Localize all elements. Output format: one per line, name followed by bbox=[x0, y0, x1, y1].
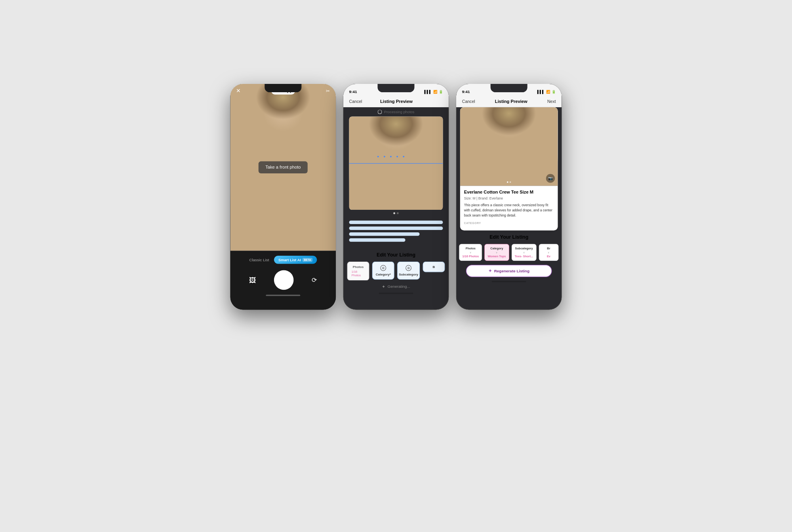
edit-listing-title-3: Edit Your Listing bbox=[456, 234, 562, 244]
signal-icon-3: ▌▌▌ bbox=[537, 90, 544, 94]
subcategory-tab-3-inner: Subcategory ∨ Tees- Short... bbox=[512, 244, 537, 261]
listing-description: This piece offers a classic crew neck, o… bbox=[464, 203, 554, 218]
subcategory-tab-3-sub: Tees- Short... bbox=[515, 255, 533, 258]
photos-tab-2[interactable]: Photos 1/16 Photos bbox=[347, 262, 369, 281]
edit-section-2: Edit Your Listing Photos 1/16 Photos bbox=[343, 248, 449, 281]
photos-tab-label-2: Photos bbox=[353, 265, 364, 269]
loading-bar-4 bbox=[349, 238, 406, 242]
category-label: CATEGORY bbox=[464, 222, 554, 224]
close-button[interactable]: ✕ bbox=[236, 87, 240, 94]
page-title-3: Listing Preview bbox=[495, 99, 527, 104]
smart-list-mode[interactable]: Smart List AI BETA bbox=[274, 256, 317, 264]
scan-dot-3 bbox=[390, 156, 392, 157]
img-dot-2 bbox=[510, 181, 511, 183]
subcategory-tab-label-2: Subcategory bbox=[399, 272, 418, 276]
processing-spinner bbox=[378, 110, 382, 114]
category-tab-2[interactable]: ⊕ Category* bbox=[372, 262, 394, 281]
gallery-icon[interactable]: 🖼 bbox=[249, 276, 256, 284]
loading-bar-1 bbox=[349, 220, 443, 224]
brand-tab-3[interactable]: Br ∨ Ev bbox=[539, 244, 559, 261]
listing-person-image-3 bbox=[460, 107, 558, 186]
photos-tab-3[interactable]: Photos ∨ 1/16 Photos bbox=[459, 244, 482, 261]
phone-3-inner: 9:41 ▌▌▌ 📶 🔋 Cancel Listing Preview Next bbox=[456, 84, 562, 310]
photos-tab-3-inner: Photos ∨ 1/16 Photos bbox=[459, 244, 482, 261]
notch-2 bbox=[378, 84, 415, 92]
dot-2-active bbox=[397, 212, 399, 214]
camera-bottom: Classic List Smart List AI BETA 🖼 ⟳ bbox=[230, 251, 336, 310]
brand-tab-3-sub: Ev bbox=[547, 255, 550, 258]
subcategory-tab-3-label: Subcategory bbox=[515, 247, 533, 250]
generating-button: ✦ Generating... bbox=[343, 284, 449, 289]
photos-tab-3-sub: 1/16 Photos bbox=[462, 255, 479, 258]
listing-card: 📷 Everlane Cotton Crew Tee Size M Size: … bbox=[460, 107, 558, 230]
scan-dots bbox=[377, 156, 434, 157]
category-tab-label-2: Category* bbox=[376, 272, 391, 276]
cancel-button-3[interactable]: Cancel bbox=[462, 99, 475, 104]
status-time-3: 9:41 bbox=[462, 89, 470, 94]
subcategory-tab-2[interactable]: ⊕ Subcategory bbox=[397, 262, 420, 281]
listing-meta: Size: M | Brand: Everlane bbox=[464, 196, 554, 200]
phone-3-shell: 9:41 ▌▌▌ 📶 🔋 Cancel Listing Preview Next bbox=[456, 84, 562, 310]
smart-list-label: Smart List AI bbox=[278, 258, 301, 262]
scan-dot-1 bbox=[377, 156, 379, 157]
nav-bar-2: Cancel Listing Preview bbox=[343, 96, 449, 107]
img-dot-1 bbox=[507, 181, 508, 183]
subcategory-icon-2: ⊕ bbox=[406, 265, 411, 271]
scan-dot-4 bbox=[396, 156, 398, 157]
category-tab-3[interactable]: Category ∨ Women Tops bbox=[484, 244, 509, 261]
beta-badge: BETA bbox=[303, 258, 313, 262]
status-icons-3: ▌▌▌ 📶 🔋 bbox=[537, 90, 556, 94]
regenerate-button[interactable]: ✦ Regenerate Listing bbox=[466, 265, 552, 277]
camera-overlay-icon[interactable]: 📷 bbox=[546, 174, 555, 183]
processing-banner: Processing photos bbox=[343, 107, 449, 117]
subcategory-tab-3[interactable]: Subcategory ∨ Tees- Short... bbox=[512, 244, 537, 261]
home-indicator-1 bbox=[266, 295, 300, 296]
regen-label: Regenerate Listing bbox=[494, 269, 529, 273]
category-tab-3-label: Category bbox=[490, 247, 503, 250]
phones-container: ✕ Drafts (7) ✂ Take a front photo Classi… bbox=[155, 84, 636, 310]
result-screen: 9:41 ▌▌▌ 📶 🔋 Cancel Listing Preview Next bbox=[456, 84, 562, 282]
category-tab-3-sub: Women Tops bbox=[487, 255, 506, 258]
phone-2-shell: 9:41 ▌▌▌ 📶 🔋 Cancel Listing Preview bbox=[343, 84, 449, 310]
shutter-button[interactable] bbox=[274, 270, 294, 290]
listing-image-3: 📷 bbox=[460, 107, 558, 186]
carousel-dots-3 bbox=[507, 181, 511, 183]
brand-tab-3-inner: Br ∨ Ev bbox=[539, 244, 559, 261]
brand-tab-3-caret: ∨ bbox=[548, 251, 549, 254]
wifi-icon-3: 📶 bbox=[546, 90, 550, 94]
cancel-button-2[interactable]: Cancel bbox=[349, 99, 362, 104]
page-title-2: Listing Preview bbox=[380, 99, 413, 104]
phone-1-inner: ✕ Drafts (7) ✂ Take a front photo Classi… bbox=[230, 84, 336, 310]
category-tab-3-inner: Category ∨ Women Tops bbox=[484, 244, 509, 261]
brand-tab-2[interactable]: B bbox=[423, 262, 445, 281]
classic-list-mode[interactable]: Classic List bbox=[249, 258, 269, 262]
notch-3 bbox=[491, 84, 527, 92]
front-photo-label: Take a front photo bbox=[259, 162, 308, 173]
edit-tabs-3: Photos ∨ 1/16 Photos Category ∨ Women To… bbox=[456, 244, 562, 261]
dot-1 bbox=[393, 212, 395, 214]
processing-label: Processing photos bbox=[384, 110, 415, 114]
listing-image-container-2 bbox=[349, 116, 443, 210]
loading-content bbox=[343, 217, 449, 248]
battery-icon: 🔋 bbox=[439, 90, 443, 94]
photos-tab-3-caret: ∨ bbox=[470, 251, 471, 254]
category-tab-3-caret: ∨ bbox=[496, 251, 497, 254]
mode-selector: Classic List Smart List AI BETA bbox=[230, 251, 336, 268]
generating-label: Generating... bbox=[387, 285, 410, 289]
edit-listing-title-2: Edit Your Listing bbox=[343, 252, 449, 262]
home-indicator-2 bbox=[379, 293, 413, 294]
brand-tab-3-label: Br bbox=[547, 247, 550, 250]
phone-2-inner: 9:41 ▌▌▌ 📶 🔋 Cancel Listing Preview bbox=[343, 84, 449, 310]
regen-sparkle-icon: ✦ bbox=[488, 268, 492, 274]
edit-tabs-2: Photos 1/16 Photos ⊕ Category* bbox=[343, 262, 449, 281]
nav-bar-3: Cancel Listing Preview Next bbox=[456, 96, 562, 107]
notch-1 bbox=[265, 84, 301, 92]
scissors-icon[interactable]: ✂ bbox=[326, 88, 330, 94]
scan-dot-5 bbox=[403, 156, 404, 157]
brand-tab-label-2: B bbox=[433, 265, 435, 269]
wifi-icon: 📶 bbox=[433, 90, 438, 94]
processing-screen: 9:41 ▌▌▌ 📶 🔋 Cancel Listing Preview bbox=[343, 84, 449, 294]
flip-camera-icon[interactable]: ⟳ bbox=[312, 276, 317, 284]
next-button-3[interactable]: Next bbox=[547, 99, 556, 104]
loading-bar-2 bbox=[349, 226, 443, 230]
